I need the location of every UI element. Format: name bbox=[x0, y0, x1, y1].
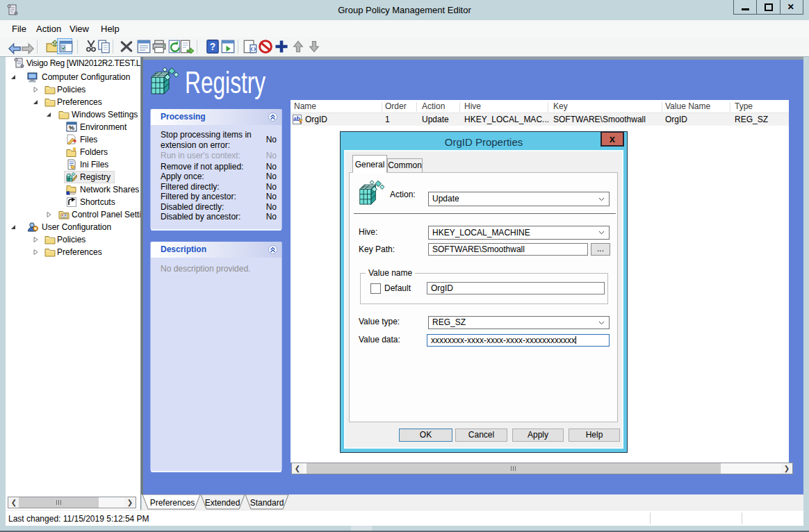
svg-text:ab: ab bbox=[293, 115, 300, 122]
svg-text:Preferences: Preferences bbox=[150, 498, 195, 508]
svg-text:Extended: Extended bbox=[205, 498, 240, 508]
svg-text:%: % bbox=[69, 124, 74, 131]
svg-text:Standard: Standard bbox=[250, 498, 284, 508]
svg-text:?: ? bbox=[210, 42, 215, 52]
